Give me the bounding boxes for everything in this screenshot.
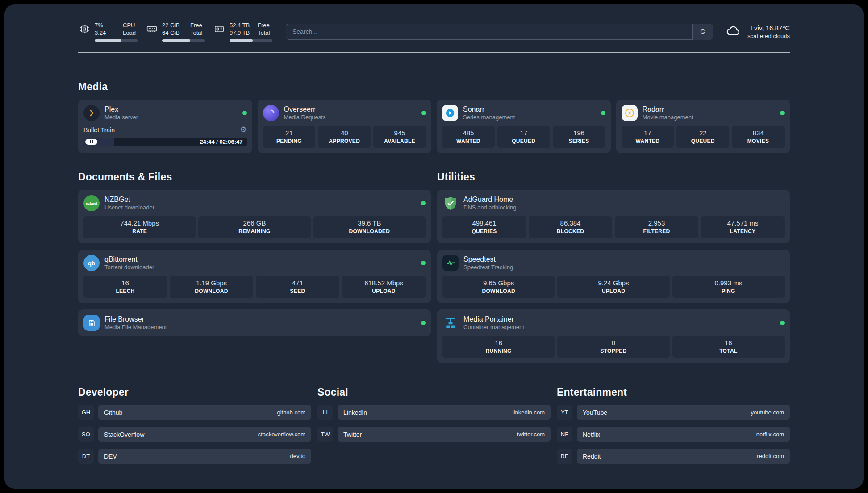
bookmark-reddit[interactable]: RE Reddit reddit.com [557, 449, 790, 464]
portainer-card[interactable]: Media Portainer Container management 16 … [437, 309, 790, 363]
entertainment-section: Entertainment YT YouTube youtube.com NF … [557, 386, 790, 464]
cloud-icon [724, 23, 742, 40]
documents-section-title: Documents & Files [78, 171, 431, 183]
overseerr-icon [263, 105, 279, 121]
bookmark-twitter[interactable]: TW Twitter twitter.com [317, 427, 551, 442]
search-input[interactable] [286, 24, 713, 40]
overseerr-card[interactable]: Overseerr Media Requests 21 PENDING 40 A… [258, 100, 432, 153]
app-name: AdGuard Home [463, 195, 517, 204]
social-section: Social LI LinkedIn linkedin.com TW Twitt… [317, 386, 551, 464]
ram-metric: 22 GiB 64 GiB Free Total [146, 21, 205, 42]
speedtest-card[interactable]: Speedtest Speedtest Tracking 9.65 Gbps D… [437, 250, 790, 303]
stat-tile: 17 WANTED [622, 126, 674, 148]
app-subtitle: DNS and adblocking [463, 204, 517, 211]
utilities-section-title: Utilities [437, 171, 790, 183]
portainer-crane-icon [442, 315, 459, 331]
top-bar: 7% 3.24 CPU Load [78, 4, 790, 42]
app-name: Sonarr [463, 105, 515, 113]
gear-icon[interactable]: ⚙ [240, 126, 246, 134]
filebrowser-card[interactable]: File Browser Media File Management [78, 309, 431, 336]
playback-progress-bar[interactable]: 24:44 / 02:06:47 [83, 138, 247, 146]
bookmark-linkedin[interactable]: LI LinkedIn linkedin.com [317, 405, 551, 420]
bookmark-abbr: DT [78, 449, 94, 464]
app-subtitle: Speedtest Tracking [463, 263, 513, 271]
ram-free-value: 22 GiB [162, 21, 186, 29]
stat-tile: 471 SEED [256, 276, 339, 298]
status-dot [601, 111, 605, 115]
stat-tile: 16 RUNNING [442, 336, 555, 358]
disk-metric: 52.4 TB 97.9 TB Free Total [213, 21, 272, 42]
stat-tile: 21 PENDING [263, 126, 316, 148]
stat-tile: 86,384 BLOCKED [529, 216, 612, 238]
disk-free-value: 52.4 TB [230, 21, 254, 29]
playback-time: 24:44 / 02:06:47 [200, 138, 246, 145]
ram-total-value: 64 GiB [162, 29, 186, 37]
app-name: File Browser [104, 315, 167, 323]
status-dot [421, 261, 426, 265]
stat-tile: 0.993 ms PING [672, 276, 785, 298]
bookmark-stackoverflow[interactable]: SO StackOverflow stackoverflow.com [78, 427, 311, 442]
nzbget-icon: nzbget [83, 195, 100, 211]
stat-tile: 834 MOVIES [732, 126, 785, 148]
app-subtitle: Movie management [643, 113, 693, 121]
bookmark-youtube[interactable]: YT YouTube youtube.com [557, 405, 790, 420]
nzbget-card[interactable]: nzbget NZBGet Usenet downloader 744.21 M… [78, 190, 431, 243]
stat-tile: 16 LEECH [83, 276, 167, 298]
qbittorrent-card[interactable]: qb qBittorrent Torrent downloader 16 LEE… [78, 250, 431, 303]
sonarr-icon [442, 105, 458, 121]
status-dot [421, 111, 426, 115]
disk-total-value: 97.9 TB [230, 29, 254, 37]
app-name: NZBGet [104, 195, 154, 204]
dashboard: 7% 3.24 CPU Load [4, 4, 864, 489]
bookmark-abbr: YT [557, 405, 572, 420]
topbar-divider [78, 52, 790, 53]
search-engine-button[interactable]: G [692, 24, 713, 40]
developer-section-title: Developer [78, 386, 311, 398]
weather-location: Lviv, 16.87°C [747, 24, 790, 32]
cpu-progress-bar [95, 39, 138, 42]
cpu-load-value: 3.24 [95, 29, 119, 37]
stat-tile: 39.6 TB DOWNLOADED [313, 216, 426, 238]
system-metrics: 7% 3.24 CPU Load [78, 21, 272, 42]
bookmark-abbr: NF [557, 427, 572, 442]
stat-tile: 1.19 Gbps DOWNLOAD [170, 276, 253, 298]
stat-tile: 945 AVAILABLE [373, 126, 426, 148]
sonarr-card[interactable]: Sonarr Series management 485 WANTED 17 Q… [437, 100, 611, 153]
cpu-metric: 7% 3.24 CPU Load [78, 21, 138, 42]
weather-widget: Lviv, 16.87°C scattered clouds [724, 23, 790, 40]
media-section-title: Media [78, 81, 790, 93]
now-playing-title: Bullet Train [83, 126, 115, 134]
documents-section: Documents & Files nzbget NZBGet Usenet d… [78, 171, 431, 363]
disk-free-label: Free [258, 21, 270, 29]
entertainment-section-title: Entertainment [557, 386, 790, 398]
developer-section: Developer GH Github github.com SO StackO… [78, 386, 311, 464]
plex-card[interactable]: Plex Media server Bullet Train ⚙ 24:44 /… [78, 100, 252, 153]
stat-tile: 9.65 Gbps DOWNLOAD [442, 276, 555, 298]
cpu-chip-icon [78, 23, 91, 35]
stat-tile: 2,953 FILTERED [615, 216, 698, 238]
social-section-title: Social [317, 386, 551, 398]
app-name: Radarr [643, 105, 693, 113]
status-dot [780, 111, 785, 115]
bookmark-abbr: SO [78, 427, 94, 442]
bookmark-github[interactable]: GH Github github.com [78, 405, 311, 420]
weather-condition: scattered clouds [747, 32, 790, 40]
stat-tile: 9.24 Gbps UPLOAD [557, 276, 669, 298]
stat-tile: 17 QUEUED [497, 126, 550, 148]
load-label: Load [123, 29, 136, 37]
adguard-card[interactable]: AdGuard Home DNS and adblocking 498,461 … [437, 190, 790, 243]
app-name: qBittorrent [104, 255, 154, 263]
pause-button[interactable] [85, 139, 97, 145]
ram-icon [146, 23, 158, 35]
app-subtitle: Media Requests [284, 113, 326, 121]
search-bar: G [286, 24, 713, 40]
app-name: Overseerr [284, 105, 326, 113]
media-section: Media Plex Media server [78, 81, 790, 153]
bookmark-netflix[interactable]: NF Netflix netflix.com [557, 427, 790, 442]
stat-tile: 618.52 Mbps UPLOAD [342, 276, 426, 298]
app-subtitle: Media File Management [104, 323, 167, 331]
radarr-card[interactable]: Radarr Movie management 17 WANTED 22 QUE… [616, 100, 790, 153]
stat-tile: 744.21 Mbps RATE [83, 216, 196, 238]
stat-tile: 266 GB REMAINING [198, 216, 310, 238]
bookmark-dev[interactable]: DT DEV dev.to [78, 449, 311, 464]
